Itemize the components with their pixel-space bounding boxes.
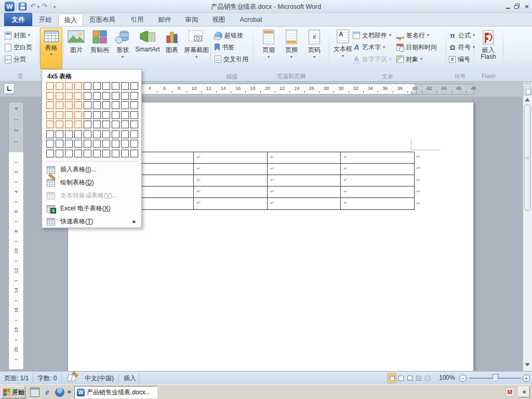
- quick-launch-desktop-icon[interactable]: [30, 388, 39, 397]
- tab-stop-selector[interactable]: [4, 83, 15, 94]
- embed-flash-button[interactable]: 嵌入Flash: [476, 28, 501, 69]
- cross-reference-button[interactable]: 交叉引用: [213, 54, 250, 64]
- page-number-button[interactable]: 页码 ▾: [303, 28, 325, 69]
- table-grid-cell[interactable]: [56, 121, 63, 128]
- scroll-down-button[interactable]: [525, 363, 530, 366]
- table-grid-cell[interactable]: [112, 111, 119, 119]
- tab-插入[interactable]: 插入: [58, 14, 83, 26]
- table-grid-cell[interactable]: [93, 101, 101, 109]
- tab-页面布局[interactable]: 页面布局: [84, 14, 121, 26]
- language-indicator[interactable]: 中文(中国): [85, 374, 114, 383]
- table-grid-cell[interactable]: [84, 140, 91, 148]
- table-grid-cell[interactable]: [74, 121, 82, 128]
- table-grid-cell[interactable]: [74, 130, 82, 138]
- table-grid-cell[interactable]: [121, 111, 129, 119]
- tray-collapse-button[interactable]: «: [518, 387, 530, 397]
- tray-ime-icon[interactable]: M: [506, 388, 514, 396]
- zoom-slider-handle[interactable]: [493, 374, 498, 382]
- table-grid-cell[interactable]: [46, 111, 54, 119]
- table-grid-cell[interactable]: [84, 101, 91, 109]
- table-cell[interactable]: ↵: [341, 198, 414, 209]
- draft-view-button[interactable]: [423, 373, 432, 383]
- table-cell[interactable]: ↵: [268, 198, 341, 209]
- table-grid-cell[interactable]: [74, 82, 82, 90]
- table-grid-cell[interactable]: [102, 140, 110, 148]
- shapes-button[interactable]: 形状 ▾: [112, 28, 133, 69]
- insert-mode-indicator[interactable]: 插入: [124, 374, 136, 383]
- table-grid-cell[interactable]: [130, 101, 138, 109]
- table-grid-cell[interactable]: [102, 111, 110, 119]
- table-grid-cell[interactable]: [93, 92, 101, 100]
- page-count-indicator[interactable]: 页面: 1/1: [4, 374, 29, 383]
- clipart-button[interactable]: 剪贴画: [88, 28, 111, 69]
- table-grid-cell[interactable]: [93, 140, 101, 148]
- table-grid-cell[interactable]: [84, 130, 91, 138]
- close-button[interactable]: ×: [523, 4, 530, 10]
- hyperlink-button[interactable]: 超链接: [213, 30, 245, 41]
- table-grid-cell[interactable]: [65, 140, 73, 148]
- table-grid-cell[interactable]: [74, 111, 82, 119]
- table-grid-cell[interactable]: [102, 82, 110, 90]
- word-count-indicator[interactable]: 字数: 0: [37, 374, 57, 383]
- table-cell[interactable]: ↵: [194, 164, 267, 175]
- table-cell[interactable]: ↵: [268, 175, 341, 187]
- fullscreen-reading-view-button[interactable]: [396, 373, 405, 383]
- tab-Acrobat[interactable]: Acrobat: [233, 14, 269, 26]
- tab-引用[interactable]: 引用: [124, 14, 151, 26]
- table-cell[interactable]: ↵: [268, 187, 341, 198]
- table-grid-cell[interactable]: [56, 82, 63, 90]
- table-grid-cell[interactable]: [65, 130, 73, 138]
- table-grid-cell[interactable]: [130, 130, 138, 138]
- table-grid-cell[interactable]: [93, 121, 101, 128]
- table-grid-cell[interactable]: [130, 121, 138, 128]
- print-layout-view-button[interactable]: [388, 373, 396, 383]
- table-grid-cell[interactable]: [46, 130, 54, 138]
- table-grid-cell[interactable]: [93, 82, 101, 90]
- tab-审阅[interactable]: 审阅: [179, 14, 205, 26]
- table-grid-cell[interactable]: [112, 101, 119, 109]
- insert-table-menu-item[interactable]: 插入表格(I)...: [43, 163, 141, 176]
- table-grid-cell[interactable]: [65, 111, 73, 119]
- proofing-status-icon[interactable]: [67, 375, 77, 381]
- quick-parts-button[interactable]: 文档部件 ▾: [351, 30, 393, 41]
- equation-button[interactable]: π 公式 ▾: [447, 30, 476, 41]
- table-grid-cell[interactable]: [84, 92, 91, 100]
- draw-table-menu-item[interactable]: 绘制表格(D): [43, 176, 141, 189]
- table-grid-cell[interactable]: [74, 92, 82, 100]
- table-grid-cell[interactable]: [65, 82, 73, 90]
- cover-page-button[interactable]: 封面 ▾: [3, 30, 32, 41]
- table-grid-cell[interactable]: [56, 101, 63, 109]
- drop-cap-button[interactable]: A 首字下沉 ▾: [351, 54, 393, 64]
- scroll-up-button[interactable]: [525, 98, 530, 101]
- table-cell[interactable]: ↵: [194, 198, 267, 209]
- zoom-out-button[interactable]: −: [459, 375, 467, 382]
- date-time-button[interactable]: 日期和时间: [395, 42, 438, 52]
- header-button[interactable]: 页眉 ▾: [258, 28, 280, 69]
- table-grid-cell[interactable]: [102, 121, 110, 128]
- table-grid-cell[interactable]: [65, 121, 73, 128]
- table-grid-cell[interactable]: [121, 130, 129, 138]
- excel-spreadsheet-menu-item[interactable]: Excel 电子表格(X): [43, 202, 141, 215]
- minimize-button[interactable]: [504, 3, 512, 9]
- smartart-button[interactable]: SmartArt: [133, 28, 162, 69]
- tab-文件[interactable]: 文件: [4, 13, 32, 26]
- quick-launch-messenger-icon[interactable]: [55, 388, 64, 397]
- chart-button[interactable]: 图表: [162, 28, 182, 69]
- table-grid-cell[interactable]: [112, 150, 119, 157]
- table-cell[interactable]: ↵: [341, 175, 414, 187]
- tab-开始[interactable]: 开始: [33, 14, 57, 26]
- table-grid-cell[interactable]: [46, 92, 54, 100]
- table-grid-cell[interactable]: [84, 121, 91, 128]
- table-grid-cell[interactable]: [84, 111, 91, 119]
- view-ruler-toggle-button[interactable]: [524, 86, 531, 96]
- taskbar-word-task-button[interactable]: W 产品销售业绩表.docx...: [74, 386, 157, 398]
- table-grid-cell[interactable]: [130, 111, 138, 119]
- screenshot-button[interactable]: 屏幕截图 ▾: [183, 28, 210, 69]
- table-grid-cell[interactable]: [121, 121, 129, 128]
- tab-邮件[interactable]: 邮件: [152, 14, 178, 26]
- document-table[interactable]: ↵↵↵↵↵↵↵↵↵↵↵↵↵↵↵↵↵↵↵↵: [120, 152, 415, 210]
- table-grid-cell[interactable]: [56, 150, 63, 157]
- table-grid-cell[interactable]: [121, 92, 129, 100]
- table-grid-cell[interactable]: [121, 150, 129, 157]
- table-grid-cell[interactable]: [74, 150, 82, 157]
